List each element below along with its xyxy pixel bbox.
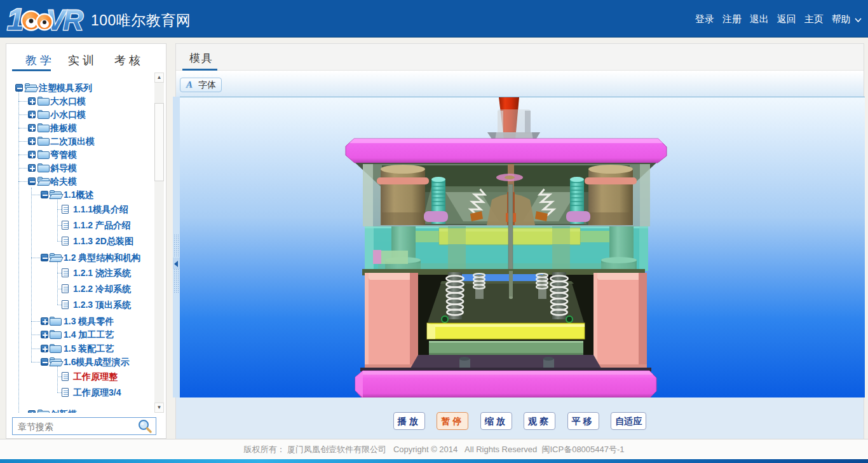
svg-text:A: A xyxy=(186,79,193,90)
